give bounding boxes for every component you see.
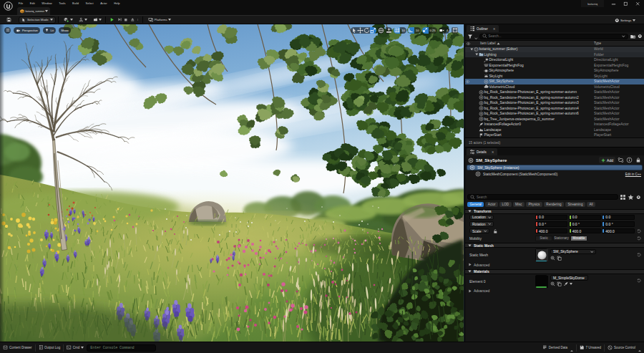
rotation-dropdown[interactable]: Rotation — [469, 221, 494, 227]
mobility-stationary-button[interactable]: Stationary — [553, 236, 570, 241]
outliner-settings-icon[interactable] — [638, 34, 643, 39]
visibility-eye-icon[interactable] — [465, 79, 470, 84]
perspective-dropdown[interactable]: Perspective — [14, 27, 41, 34]
column-type[interactable]: Type — [594, 42, 644, 45]
padlock-open-icon[interactable] — [493, 228, 498, 234]
filter-funnel-icon[interactable] — [467, 34, 473, 39]
scale-tool-button[interactable] — [370, 27, 376, 34]
outliner-row-bq-tree-juniperus-osteosperma-d-summer[interactable]: bq_Tree_Juniperus-osteosperma_D_summerSt… — [465, 117, 644, 122]
outliner-row-botaniq-summer-editor-[interactable]: botaniq_summer (Editor)World — [465, 47, 644, 52]
selection-mode-dropdown[interactable]: Selection Mode — [19, 16, 56, 24]
visibility-column-icon[interactable] — [465, 42, 472, 46]
menu-select[interactable]: Select — [82, 0, 97, 7]
rotation-field[interactable]: 0.0 ° — [602, 221, 634, 227]
reset-to-default-icon[interactable] — [636, 229, 642, 233]
outliner-tab[interactable]: Outliner ✕ — [467, 25, 499, 32]
content-drawer-button[interactable]: Content Drawer — [0, 342, 35, 353]
create-folder-icon[interactable] — [630, 34, 636, 39]
column-item-label[interactable]: Item Label — [472, 42, 594, 45]
display-options-icon[interactable] — [620, 194, 626, 200]
quick-add-button[interactable] — [62, 16, 74, 24]
location-field[interactable]: 0.0 — [535, 215, 567, 221]
outliner-row-bq-rock-sandstone-photoscan-e-spring-sum[interactable]: bq_Rock_Sandstone-Photoscan_E_spring-sum… — [465, 100, 644, 106]
component-instance-row[interactable]: SM_SkySphere (Instance) — [467, 165, 643, 170]
rotate-tool-button[interactable] — [364, 27, 370, 34]
close-button[interactable] — [632, 0, 644, 7]
lock-icon[interactable] — [635, 157, 641, 163]
outliner-row-directionallight[interactable]: DirectionalLightDirectionalLight — [465, 57, 644, 63]
maximize-viewport-button[interactable] — [452, 27, 458, 34]
material-asset-dropdown[interactable]: M_SimpleSkyDome — [550, 275, 588, 281]
unsaved-button[interactable]: 7 Unsaved — [577, 342, 604, 353]
outliner-row-exponentialheightfog[interactable]: ExponentialHeightFogExponentialHeightFog — [465, 63, 644, 69]
outliner-row-bq-rock-sandstone-photoscan-e-spring-sum[interactable]: bq_Rock_Sandstone-Photoscan_E_spring-sum… — [465, 95, 644, 101]
use-selected-asset-icon[interactable] — [550, 256, 555, 261]
eject-button[interactable] — [129, 16, 136, 24]
menu-actor[interactable]: Actor — [97, 0, 111, 7]
location-field[interactable]: 0.0 — [569, 215, 601, 221]
advanced-row-static-mesh[interactable]: Advanced — [465, 261, 644, 268]
scale-field[interactable]: 400.0 — [569, 228, 601, 234]
outliner-row-instancedfoliageactor0[interactable]: InstancedFoliageActor0InstancedFoliageAc… — [465, 122, 644, 127]
close-icon[interactable]: ✕ — [493, 27, 496, 31]
select-tool-button[interactable] — [351, 27, 357, 34]
reset-to-default-icon[interactable] — [636, 253, 642, 257]
scale-field[interactable]: 400.0 — [602, 228, 634, 234]
console-command-input[interactable]: Enter Console Command — [87, 344, 156, 352]
move-tool-button[interactable] — [357, 27, 364, 34]
grid-snap-toggle[interactable] — [394, 27, 400, 34]
chip-all[interactable]: All — [587, 202, 595, 207]
chip-rendering[interactable]: Rendering — [544, 202, 564, 207]
static-mesh-component-row[interactable]: StaticMeshComponent (StaticMeshComponent… — [475, 171, 643, 177]
chip-actor[interactable]: Actor — [485, 202, 498, 207]
level-tab[interactable]: botaniq_summer — [17, 7, 50, 15]
brush-icon[interactable] — [563, 281, 568, 286]
viewport[interactable]: Perspective Lit Show 10 10 — [0, 24, 464, 342]
details-tab[interactable]: Details ✕ — [467, 148, 497, 155]
outliner-row-lighting[interactable]: LightingFolder — [465, 52, 644, 58]
menu-window[interactable]: Window — [39, 0, 56, 7]
settings-dropdown[interactable]: Settings — [613, 16, 638, 24]
menu-help[interactable]: Help — [110, 0, 123, 7]
copy-asset-icon[interactable] — [557, 256, 562, 261]
scale-dropdown[interactable]: Scale — [469, 228, 489, 234]
mobility-movable-button[interactable]: Movable — [570, 236, 587, 241]
chip-general[interactable]: General — [467, 202, 484, 207]
platforms-dropdown[interactable]: Platforms — [147, 16, 173, 24]
camera-speed-value[interactable]: 4 — [445, 27, 449, 34]
grid-snap-value[interactable]: 10 — [400, 27, 406, 34]
menu-file[interactable]: File — [15, 0, 26, 7]
outliner-row-bq-rock-sandstone-photoscan-e-spring-sum[interactable]: bq_Rock_Sandstone-Photoscan_E_spring-sum… — [465, 90, 644, 95]
location-field[interactable]: 0.0 — [602, 215, 634, 221]
details-settings-icon[interactable] — [635, 194, 642, 200]
location-dropdown[interactable]: Location — [469, 215, 494, 221]
chip-streaming[interactable]: Streaming — [565, 202, 585, 207]
view-mode-dropdown[interactable]: Lit — [43, 27, 56, 34]
outliner-row-bq-rock-sandstone-photoscan-e-spring-sum[interactable]: bq_Rock_Sandstone-Photoscan_E_spring-sum… — [465, 111, 644, 117]
outliner-row-playerstart[interactable]: PlayerStartPlayerStart — [465, 132, 644, 137]
stop-button[interactable] — [123, 16, 130, 24]
output-log-button[interactable]: Output Log — [36, 342, 64, 353]
rotation-snap-value[interactable]: 10 — [414, 27, 421, 34]
use-selected-asset-icon[interactable] — [550, 281, 555, 286]
favorites-star-icon[interactable] — [628, 194, 634, 200]
viewport-options-button[interactable] — [4, 27, 11, 34]
chip-lod[interactable]: LOD — [499, 202, 511, 207]
edit-in-cpp-link[interactable]: Edit in C++ — [625, 173, 643, 176]
outliner-row-skyatmosphere[interactable]: SkyAtmosphereSkyAtmosphere — [465, 68, 644, 74]
chip-misc[interactable]: Misc — [513, 202, 525, 207]
material-thumbnail[interactable] — [535, 275, 547, 287]
chip-physics[interactable]: Physics — [526, 202, 542, 207]
reset-to-default-icon[interactable] — [636, 279, 642, 283]
outliner-row-sm-skysphere[interactable]: SM_SkySphereStaticMeshActor — [465, 79, 644, 84]
copy-asset-icon[interactable] — [557, 281, 562, 286]
surface-snapping-button[interactable] — [386, 27, 392, 34]
play-button[interactable] — [108, 16, 116, 24]
outliner-search-input[interactable]: Search... — [479, 34, 628, 39]
camera-speed-button[interactable] — [439, 27, 445, 34]
reset-to-default-icon[interactable] — [636, 236, 642, 241]
frame-skip-button[interactable] — [116, 16, 123, 24]
section-materials[interactable]: Materials — [465, 269, 644, 274]
outliner-row-skylight[interactable]: SkyLightSkyLight — [465, 74, 644, 79]
advanced-row-materials[interactable]: Advanced — [465, 288, 644, 294]
